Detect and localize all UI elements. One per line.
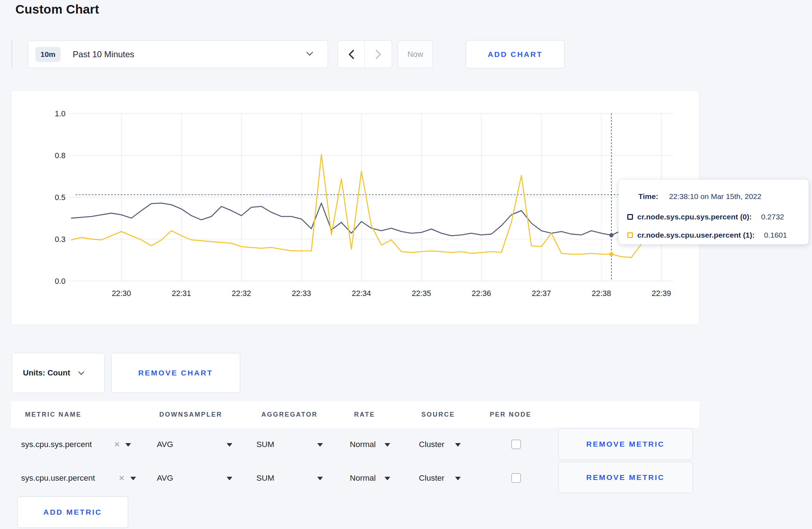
column-header-downsampler: DOWNSAMPLER — [159, 411, 222, 418]
svg-text:22:32: 22:32 — [232, 289, 251, 298]
chevron-right-icon — [375, 49, 382, 59]
svg-text:0.0: 0.0 — [55, 277, 66, 286]
source-caret-icon[interactable] — [455, 443, 461, 447]
add-metric-button[interactable]: ADD METRIC — [17, 496, 128, 528]
chart-card: 0.00.30.50.81.022:3022:3122:3222:3322:34… — [11, 90, 699, 325]
tooltip-series-row: cr.node.sys.cpu.sys.percent (0): 0.2732 — [627, 209, 808, 224]
svg-text:22:39: 22:39 — [652, 289, 671, 298]
tooltip-metric-label: cr.node.sys.cpu.user.percent (1): — [637, 231, 755, 239]
metric-name-select[interactable]: sys.cpu.sys.percent — [21, 440, 92, 449]
cpu-usage-line-chart[interactable]: 0.00.30.50.81.022:3022:3122:3222:3322:34… — [11, 91, 700, 325]
tooltip-time-label: Time: — [638, 192, 658, 201]
tooltip-time-row: Time: 22:38:10 on Mar 15th, 2022 — [627, 189, 808, 204]
time-range-select[interactable]: 10m Past 10 Minutes — [28, 40, 328, 68]
time-step-button-group — [338, 40, 392, 68]
metrics-table-header: METRIC NAME DOWNSAMPLER AGGREGATOR RATE … — [11, 401, 699, 428]
svg-text:0.3: 0.3 — [55, 235, 66, 244]
svg-text:22:38: 22:38 — [592, 289, 611, 298]
time-range-label: Past 10 Minutes — [73, 49, 134, 59]
source-caret-icon[interactable] — [455, 477, 461, 480]
column-header-per-node: PER NODE — [490, 411, 531, 418]
svg-text:0.8: 0.8 — [55, 151, 66, 160]
svg-text:22:33: 22:33 — [292, 289, 311, 298]
metric-name-select[interactable]: sys.cpu.user.percent — [21, 474, 95, 483]
svg-text:22:30: 22:30 — [112, 289, 131, 298]
chevron-down-icon — [306, 52, 313, 56]
units-label: Units: Count — [23, 368, 70, 378]
page-title: Custom Chart — [15, 2, 99, 16]
aggregator-caret-icon[interactable] — [317, 477, 323, 480]
svg-text:1.0: 1.0 — [55, 110, 66, 118]
tooltip-metric-label: cr.node.sys.cpu.sys.percent (0): — [637, 213, 752, 221]
tooltip-series-row: cr.node.sys.cpu.user.percent (1): 0.1601 — [627, 228, 808, 243]
aggregator-select[interactable]: SUM — [256, 440, 274, 449]
rate-select[interactable]: Normal — [350, 440, 376, 449]
remove-chart-button[interactable]: REMOVE CHART — [111, 353, 240, 393]
column-header-metric-name: METRIC NAME — [25, 411, 82, 418]
clear-metric-icon[interactable]: ✕ — [119, 474, 125, 482]
rate-select[interactable]: Normal — [350, 474, 376, 483]
svg-text:22:34: 22:34 — [352, 289, 371, 298]
downsampler-caret-icon[interactable] — [227, 443, 232, 447]
units-select[interactable]: Units: Count — [12, 353, 105, 393]
aggregator-caret-icon[interactable] — [317, 443, 323, 447]
next-time-button[interactable] — [365, 41, 392, 68]
svg-text:22:37: 22:37 — [532, 289, 551, 298]
sys-percent-swatch-icon — [627, 214, 633, 220]
tooltip-time-value: 22:38:10 on Mar 15th, 2022 — [669, 192, 762, 201]
metric-name-caret-icon[interactable] — [130, 477, 136, 480]
chart-tooltip: Time: 22:38:10 on Mar 15th, 2022 cr.node… — [618, 179, 809, 244]
chevron-down-icon — [78, 371, 84, 375]
now-button[interactable]: Now — [398, 40, 433, 68]
metric-name-caret-icon[interactable] — [125, 443, 131, 447]
tooltip-metric-value: 0.1601 — [764, 231, 787, 239]
downsampler-select[interactable]: AVG — [157, 474, 173, 483]
previous-time-button[interactable] — [338, 41, 365, 68]
svg-text:0.5: 0.5 — [55, 193, 66, 202]
rate-caret-icon[interactable] — [385, 443, 390, 447]
source-select[interactable]: Cluster — [419, 440, 444, 449]
rate-caret-icon[interactable] — [385, 477, 390, 480]
column-header-source: SOURCE — [421, 411, 455, 418]
remove-metric-button[interactable]: REMOVE METRIC — [558, 428, 693, 460]
chevron-left-icon — [348, 49, 354, 59]
aggregator-select[interactable]: SUM — [256, 474, 274, 483]
remove-metric-button[interactable]: REMOVE METRIC — [558, 462, 693, 493]
add-chart-button[interactable]: ADD CHART — [466, 40, 565, 68]
source-select[interactable]: Cluster — [419, 474, 444, 483]
per-node-checkbox[interactable] — [511, 440, 521, 449]
column-header-rate: RATE — [354, 411, 375, 418]
downsampler-caret-icon[interactable] — [227, 477, 232, 480]
svg-text:22:31: 22:31 — [172, 289, 191, 298]
svg-text:22:36: 22:36 — [472, 289, 491, 298]
column-header-aggregator: AGGREGATOR — [261, 411, 318, 418]
toolbar-divider — [11, 40, 12, 68]
clear-metric-icon[interactable]: ✕ — [114, 440, 120, 449]
tooltip-metric-value: 0.2732 — [761, 213, 784, 221]
per-node-checkbox[interactable] — [511, 473, 521, 483]
downsampler-select[interactable]: AVG — [157, 440, 173, 449]
svg-text:22:35: 22:35 — [412, 289, 431, 298]
time-window-badge: 10m — [35, 47, 61, 62]
user-percent-swatch-icon — [627, 232, 633, 238]
